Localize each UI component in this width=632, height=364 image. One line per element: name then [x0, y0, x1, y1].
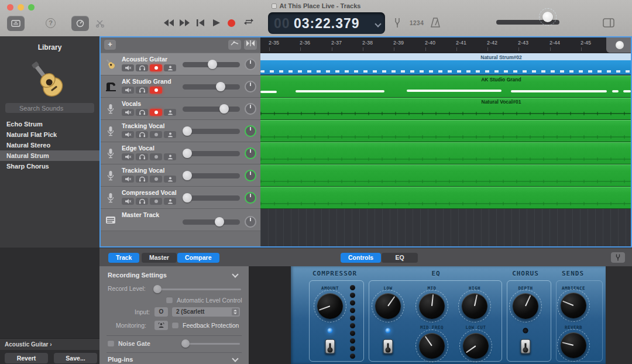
record-enable-button[interactable] — [150, 176, 162, 183]
volume-knob[interactable] — [216, 82, 225, 91]
tab-track[interactable]: Track — [108, 253, 139, 263]
track-header-ak-studio-grand[interactable]: AK Studio Grand — [101, 75, 260, 98]
library-item[interactable]: Sharp Chorus — [0, 161, 99, 171]
solo-button[interactable] — [136, 176, 148, 183]
input-source-select[interactable]: 2 (Scarlett — [172, 307, 240, 317]
volume-slider-knob[interactable] — [542, 12, 553, 22]
library-item[interactable]: Natural Stereo — [0, 140, 99, 150]
chorus-power-switch[interactable] — [521, 339, 531, 354]
pan-knob[interactable] — [245, 147, 256, 159]
record-enable-button[interactable] — [150, 109, 162, 116]
library-item-selected[interactable]: Natural Strum — [0, 150, 99, 161]
volume-slider[interactable] — [183, 151, 240, 156]
sends-ambience-knob[interactable] — [561, 293, 586, 318]
region-tracking-vocal-2[interactable] — [260, 164, 631, 187]
volume-knob[interactable] — [208, 60, 217, 69]
smart-controls-toggle-button[interactable] — [71, 16, 89, 31]
volume-slider[interactable] — [183, 62, 240, 67]
record-enable-button[interactable] — [150, 87, 162, 94]
pan-knob[interactable] — [245, 59, 256, 70]
track-header-tracking-vocal-2[interactable]: Tracking Vocal — [101, 164, 260, 187]
noise-gate-knob[interactable] — [181, 339, 190, 348]
pan-knob[interactable] — [245, 192, 256, 204]
compressor-amount-knob[interactable] — [317, 293, 343, 319]
monitoring-button[interactable] — [154, 321, 168, 330]
volume-knob[interactable] — [215, 217, 224, 226]
auto-level-checkbox[interactable] — [166, 297, 173, 303]
record-enable-button[interactable] — [150, 198, 162, 205]
timeline-area[interactable]: 2-35 2-36 2-37 2-38 2-39 2-40 2-41 2-42 … — [260, 37, 631, 246]
add-track-button[interactable]: + — [104, 40, 116, 50]
editor-toggle-button[interactable] — [91, 16, 109, 31]
record-level-knob[interactable] — [153, 285, 162, 293]
tab-master[interactable]: Master — [142, 253, 177, 263]
catch-playhead-button[interactable] — [244, 40, 257, 50]
solo-button[interactable] — [136, 87, 148, 94]
eq-low-cut-knob[interactable] — [463, 333, 489, 359]
feedback-protection-checkbox[interactable] — [172, 322, 178, 328]
search-sounds-input[interactable] — [5, 103, 94, 113]
media-browser-toggle-button[interactable] — [603, 18, 614, 30]
noise-gate-checkbox[interactable] — [108, 340, 114, 346]
eq-mid-knob[interactable] — [419, 293, 445, 319]
eq-low-knob[interactable] — [375, 293, 401, 319]
volume-slider[interactable] — [183, 129, 240, 134]
mute-button[interactable] — [122, 153, 134, 160]
cycle-button[interactable] — [244, 18, 253, 28]
library-toggle-button[interactable] — [7, 16, 25, 31]
input-format-button[interactable]: O — [154, 307, 168, 317]
volume-slider[interactable] — [183, 219, 240, 225]
pan-knob[interactable] — [245, 81, 256, 92]
lcd-display[interactable]: 00 03:22.379 — [268, 12, 385, 34]
collapse-chevron-icon[interactable] — [232, 355, 238, 362]
library-item[interactable]: Natural Flat Pick — [0, 129, 99, 140]
revert-button[interactable]: Revert — [5, 353, 48, 363]
pan-knob[interactable] — [245, 103, 256, 115]
solo-button[interactable] — [136, 64, 148, 71]
input-monitoring-button[interactable] — [164, 131, 176, 138]
master-volume-slider[interactable] — [496, 20, 559, 25]
tab-eq[interactable]: EQ — [382, 253, 418, 263]
patch-breadcrumb[interactable]: Acoustic Guitar › — [0, 338, 99, 350]
track-header-acoustic-guitar[interactable]: Acoustic Guitar — [101, 53, 260, 75]
play-button[interactable] — [213, 18, 220, 29]
record-level-slider[interactable] — [154, 289, 241, 290]
rewind-button[interactable] — [164, 18, 174, 29]
sends-reverb-knob[interactable] — [561, 332, 586, 358]
zoom-slider-knob[interactable] — [616, 41, 624, 49]
count-in-button[interactable]: 1234 — [410, 20, 424, 26]
fast-forward-button[interactable] — [179, 18, 190, 29]
region-edge-vocal[interactable] — [260, 142, 631, 164]
volume-slider[interactable] — [183, 173, 240, 178]
track-header-master[interactable]: Master Track — [101, 209, 260, 231]
library-item[interactable]: Echo Strum — [0, 119, 99, 129]
track-header-vocals[interactable]: Vocals — [101, 98, 260, 120]
mute-button[interactable] — [122, 87, 134, 94]
region-natural-strum[interactable]: Natural Strum#02 — [260, 53, 631, 75]
volume-knob[interactable] — [219, 104, 229, 114]
pan-knob[interactable] — [245, 216, 256, 228]
automation-button[interactable] — [228, 40, 241, 50]
mute-button[interactable] — [122, 176, 134, 183]
track-header-edge-vocal[interactable]: Edge Vocal — [101, 142, 260, 164]
track-header-tracking-vocal-1[interactable]: Tracking Vocal — [101, 120, 260, 142]
pan-knob[interactable] — [245, 170, 256, 181]
chorus-depth-knob[interactable] — [513, 293, 538, 319]
eq-high-knob[interactable] — [462, 293, 487, 319]
track-header-compressed-vocal[interactable]: Compressed Vocal — [101, 187, 260, 209]
region-natural-vocal[interactable]: Natural Vocal#01 — [260, 98, 631, 120]
metronome-button[interactable] — [431, 18, 440, 30]
collapse-chevron-icon[interactable] — [232, 271, 238, 277]
solo-button[interactable] — [136, 153, 148, 160]
empty-grid-area[interactable] — [260, 209, 631, 246]
lcd-mode-chevron-icon[interactable] — [375, 20, 381, 27]
compressor-power-switch[interactable] — [325, 339, 335, 354]
input-monitoring-button[interactable] — [164, 176, 176, 183]
record-enable-button[interactable] — [150, 153, 162, 160]
tab-compare[interactable]: Compare — [177, 253, 219, 263]
zoom-slider[interactable] — [606, 37, 631, 53]
volume-slider[interactable] — [183, 195, 240, 201]
volume-slider[interactable] — [183, 84, 240, 90]
region-tracking-vocal-1[interactable] — [260, 120, 631, 142]
volume-knob[interactable] — [183, 126, 192, 136]
